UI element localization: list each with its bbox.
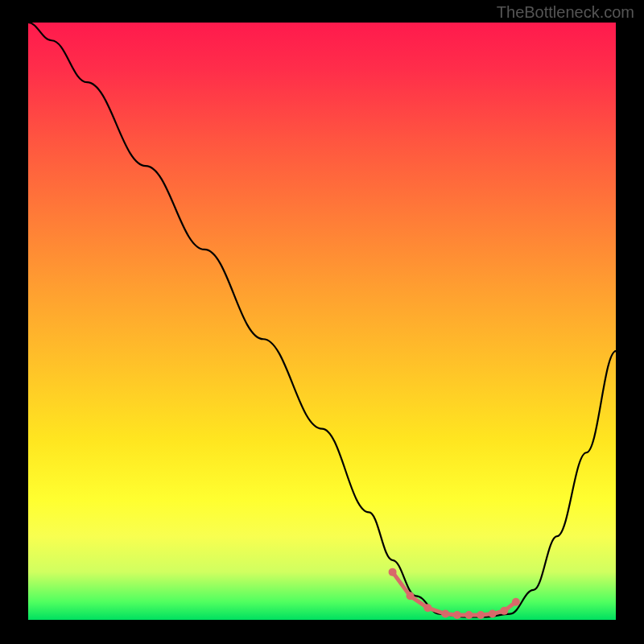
watermark-text: TheBottleneck.com <box>497 3 634 22</box>
chart-gradient-background <box>28 23 616 620</box>
svg-line-4 <box>411 596 428 608</box>
svg-line-18 <box>504 602 516 611</box>
svg-line-2 <box>393 572 411 597</box>
optimal-range-dots <box>28 23 616 620</box>
svg-line-6 <box>427 608 445 613</box>
